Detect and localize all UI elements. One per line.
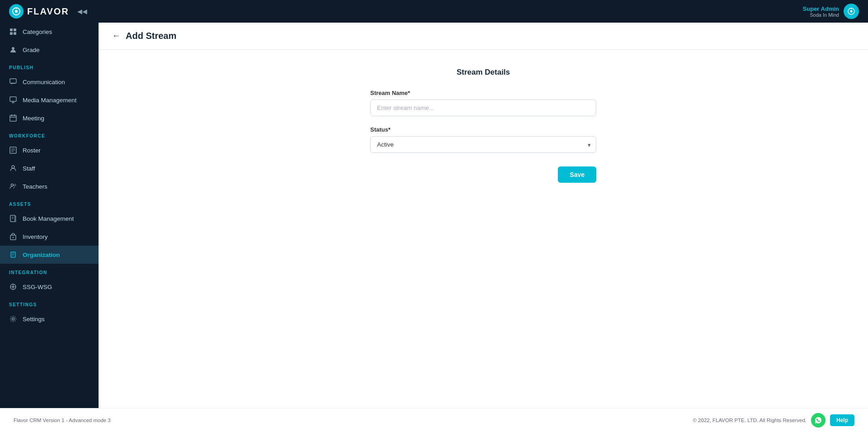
- sidebar-item-label: Media Management: [23, 97, 76, 104]
- svg-point-23: [12, 166, 14, 168]
- sidebar-item-label: Book Management: [23, 215, 74, 222]
- staff-icon: [9, 164, 17, 172]
- sidebar-item-ssg-wsg[interactable]: SSG-WSG: [0, 278, 99, 296]
- sidebar-item-organization[interactable]: Organization: [0, 246, 99, 264]
- book-icon: [9, 214, 17, 223]
- header-left: FLAVOR ◀◀: [9, 4, 87, 19]
- settings-section-label: SETTINGS: [0, 296, 99, 310]
- org-icon: [9, 251, 17, 259]
- sidebar-item-label: SSG-WSG: [23, 284, 52, 290]
- sidebar-item-label: Inventory: [23, 233, 48, 240]
- logo-icon: [9, 4, 24, 19]
- sidebar-item-settings[interactable]: Settings: [0, 310, 99, 328]
- status-label: Status*: [370, 126, 596, 133]
- form-section-title: Stream Details: [370, 68, 596, 77]
- header-right: Super Admin Soda In Mind: [803, 4, 859, 19]
- stream-name-input[interactable]: [370, 100, 596, 116]
- svg-point-10: [12, 47, 14, 50]
- back-button[interactable]: ←: [112, 31, 120, 41]
- sidebar-item-label: Meeting: [23, 115, 44, 122]
- sidebar-item-label: Teachers: [23, 183, 47, 190]
- logo-text: FLAVOR: [27, 6, 69, 17]
- help-button[interactable]: Help: [830, 414, 854, 426]
- chat-icon: [9, 78, 17, 86]
- svg-point-24: [11, 184, 14, 186]
- status-select-wrapper: Active Inactive ▾: [370, 136, 596, 153]
- user-name: Super Admin: [803, 5, 839, 12]
- form-inner: Stream Details Stream Name* Status* Acti…: [370, 68, 596, 183]
- svg-rect-9: [14, 32, 16, 35]
- svg-point-4: [850, 10, 853, 13]
- workforce-section-label: WORKFORCE: [0, 127, 99, 141]
- monitor-icon: [9, 96, 17, 104]
- sidebar-item-label: Settings: [23, 316, 45, 323]
- app-header: FLAVOR ◀◀ Super Admin Soda In Mind: [0, 0, 868, 23]
- sidebar-item-roster[interactable]: Roster: [0, 141, 99, 159]
- save-button[interactable]: Save: [558, 166, 596, 183]
- sidebar-item-communication[interactable]: Communication: [0, 73, 99, 91]
- sidebar-item-book-management[interactable]: Book Management: [0, 209, 99, 228]
- footer: Flavor CRM Version 1 - Advanced mode 3 ©…: [0, 408, 868, 432]
- content-area: ← Add Stream Stream Details Stream Name*…: [99, 23, 868, 408]
- form-actions: Save: [370, 166, 596, 183]
- sidebar-item-staff[interactable]: Staff: [0, 159, 99, 177]
- ssg-icon: [9, 283, 17, 291]
- sidebar-item-label: Roster: [23, 147, 41, 154]
- page-header: ← Add Stream: [99, 23, 868, 50]
- svg-rect-6: [10, 28, 13, 31]
- sidebar-item-meeting[interactable]: Meeting: [0, 109, 99, 127]
- status-group: Status* Active Inactive ▾: [370, 126, 596, 153]
- logo: FLAVOR: [9, 4, 69, 19]
- user-org: Soda In Mind: [803, 12, 839, 18]
- footer-copyright: © 2022, FLAVOR PTE. LTD. All Rights Rese…: [693, 418, 807, 423]
- whatsapp-button[interactable]: [811, 413, 826, 427]
- teachers-icon: [9, 182, 17, 190]
- inventory-icon: [9, 233, 17, 241]
- sidebar-collapse-button[interactable]: ◀◀: [77, 8, 87, 15]
- svg-point-25: [14, 184, 16, 186]
- sidebar-item-label: Staff: [23, 165, 35, 172]
- sidebar-item-media-management[interactable]: Media Management: [0, 91, 99, 109]
- stream-name-label: Stream Name*: [370, 90, 596, 96]
- svg-rect-15: [10, 115, 16, 121]
- page-title: Add Stream: [126, 31, 176, 41]
- main-layout: Categories Grade PUBLISH Communication: [0, 23, 868, 408]
- sidebar-item-grade[interactable]: Grade: [0, 41, 99, 59]
- svg-rect-12: [10, 97, 16, 101]
- svg-point-1: [15, 10, 18, 13]
- assets-section-label: ASSETS: [0, 195, 99, 209]
- settings-icon: [9, 315, 17, 323]
- sidebar-item-categories[interactable]: Categories: [0, 23, 99, 41]
- grid-icon: [9, 28, 17, 36]
- sidebar-item-label: Organization: [23, 252, 60, 258]
- sidebar-item-label: Categories: [23, 28, 52, 35]
- user-info: Super Admin Soda In Mind: [803, 5, 839, 18]
- calendar-icon: [9, 114, 17, 122]
- sidebar-item-inventory[interactable]: Inventory: [0, 228, 99, 246]
- footer-right: © 2022, FLAVOR PTE. LTD. All Rights Rese…: [693, 413, 854, 427]
- status-select[interactable]: Active Inactive: [370, 136, 596, 153]
- user-avatar[interactable]: [844, 4, 859, 19]
- svg-rect-7: [14, 28, 16, 31]
- roster-icon: [9, 146, 17, 154]
- sidebar-item-teachers[interactable]: Teachers: [0, 177, 99, 195]
- svg-rect-8: [10, 32, 13, 35]
- sidebar-item-label: Grade: [23, 47, 40, 53]
- publish-section-label: PUBLISH: [0, 59, 99, 73]
- integration-section-label: INTEGRATION: [0, 264, 99, 278]
- svg-point-36: [12, 286, 14, 288]
- sidebar: Categories Grade PUBLISH Communication: [0, 23, 99, 408]
- svg-rect-11: [10, 79, 16, 83]
- sidebar-item-label: Communication: [23, 79, 65, 85]
- footer-version: Flavor CRM Version 1 - Advanced mode 3: [14, 418, 111, 423]
- form-card: Stream Details Stream Name* Status* Acti…: [99, 50, 868, 408]
- stream-name-group: Stream Name*: [370, 90, 596, 116]
- svg-point-41: [12, 318, 14, 320]
- person-icon: [9, 46, 17, 54]
